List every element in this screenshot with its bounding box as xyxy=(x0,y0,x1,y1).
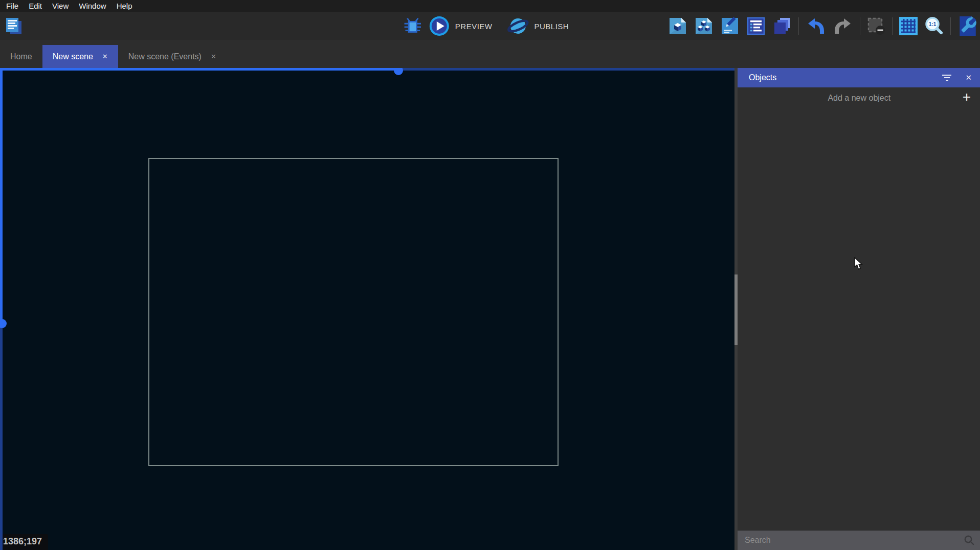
menu-file[interactable]: File xyxy=(1,0,24,12)
object-groups-button[interactable] xyxy=(694,16,714,36)
tab-home[interactable]: Home xyxy=(0,45,42,68)
cursor-coordinates-readout: 1386;197 xyxy=(0,534,48,550)
layers-button[interactable] xyxy=(772,16,792,36)
layers-icon xyxy=(772,16,792,36)
game-window-frame xyxy=(148,158,559,466)
properties-icon xyxy=(720,16,740,36)
toolbar-separator xyxy=(860,17,860,35)
objects-panel-close-icon[interactable]: ✕ xyxy=(965,73,972,82)
objects-panel: Objects ✕ Add a new object + xyxy=(738,68,980,550)
redo-button[interactable] xyxy=(833,17,853,35)
render-mask-button[interactable] xyxy=(867,17,885,35)
grid-icon xyxy=(899,17,918,35)
tab-new-scene-label: New scene xyxy=(53,52,93,61)
object-groups-icon xyxy=(694,16,714,36)
project-manager-button[interactable] xyxy=(4,16,24,36)
objects-list-empty-area[interactable] xyxy=(738,109,980,531)
instances-list-icon xyxy=(746,16,766,36)
search-icon xyxy=(964,535,975,546)
properties-button[interactable] xyxy=(720,16,740,36)
render-mask-icon xyxy=(867,17,885,35)
menu-bar: File Edit View Window Help xyxy=(0,0,980,12)
canvas-horizontal-scroll-handle[interactable] xyxy=(394,68,403,75)
add-object-label: Add a new object xyxy=(738,94,963,103)
debug-button[interactable] xyxy=(402,15,424,37)
objects-editor-button[interactable] xyxy=(668,16,687,36)
mouse-cursor xyxy=(854,257,863,272)
editor-tab-bar: Home New scene ✕ New scene (Events) ✕ xyxy=(0,40,980,68)
toolbar-separator xyxy=(798,17,799,35)
debug-bug-icon xyxy=(402,15,424,37)
objects-editor-icon xyxy=(668,16,687,36)
toolbar-separator xyxy=(950,17,951,35)
toolbar-separator xyxy=(892,17,893,35)
preview-play-icon xyxy=(429,15,450,37)
object-search-input[interactable] xyxy=(745,536,964,545)
objects-panel-header: Objects ✕ xyxy=(738,68,980,87)
gdevelop-window: File Edit View Window Help xyxy=(0,0,980,550)
zoom-one-to-one-icon: 1:1 xyxy=(924,16,944,36)
undo-button[interactable] xyxy=(806,17,826,35)
main-area: 1386;197 Objects ✕ Add a new object + xyxy=(0,68,980,550)
scene-settings-wrench-icon xyxy=(957,15,978,37)
publish-globe-icon xyxy=(506,15,529,37)
scene-settings-button[interactable] xyxy=(957,15,978,37)
publish-label[interactable]: PUBLISH xyxy=(534,22,569,31)
canvas-horizontal-scrollbar-track[interactable] xyxy=(398,68,734,71)
tab-new-scene-close-icon[interactable]: ✕ xyxy=(102,53,108,60)
redo-icon xyxy=(833,17,853,35)
canvas-vertical-scrollbar-track[interactable] xyxy=(0,324,3,550)
plus-icon[interactable]: + xyxy=(963,90,980,106)
filter-icon[interactable] xyxy=(942,75,952,81)
menu-view[interactable]: View xyxy=(47,0,74,12)
canvas-horizontal-scrollbar[interactable] xyxy=(0,68,398,71)
menu-help[interactable]: Help xyxy=(112,0,138,12)
object-search-bar xyxy=(738,531,980,550)
main-toolbar: PREVIEW PUBLISH xyxy=(0,12,980,40)
undo-icon xyxy=(806,17,826,35)
scene-canvas[interactable]: 1386;197 xyxy=(0,68,734,550)
project-manager-icon xyxy=(4,16,24,36)
tab-new-scene-events[interactable]: New scene (Events) ✕ xyxy=(118,45,227,68)
zoom-one-to-one-button[interactable]: 1:1 xyxy=(924,16,944,36)
preview-label[interactable]: PREVIEW xyxy=(455,22,493,31)
menu-window[interactable]: Window xyxy=(74,0,111,12)
publish-button[interactable] xyxy=(506,15,529,37)
preview-button[interactable] xyxy=(429,15,450,37)
tab-new-scene-events-close-icon[interactable]: ✕ xyxy=(211,53,216,60)
instances-list-button[interactable] xyxy=(746,16,766,36)
zoom-ratio-label: 1:1 xyxy=(929,21,937,27)
canvas-vertical-scrollbar[interactable] xyxy=(0,68,3,324)
tab-new-scene[interactable]: New scene ✕ xyxy=(42,45,118,68)
canvas-vertical-scroll-handle[interactable] xyxy=(0,319,7,328)
grid-button[interactable] xyxy=(899,17,918,35)
objects-panel-title: Objects xyxy=(749,73,942,82)
menu-edit[interactable]: Edit xyxy=(24,0,47,12)
add-object-button[interactable]: Add a new object + xyxy=(738,87,980,109)
tab-home-label: Home xyxy=(10,52,32,61)
tab-new-scene-events-label: New scene (Events) xyxy=(128,52,202,61)
